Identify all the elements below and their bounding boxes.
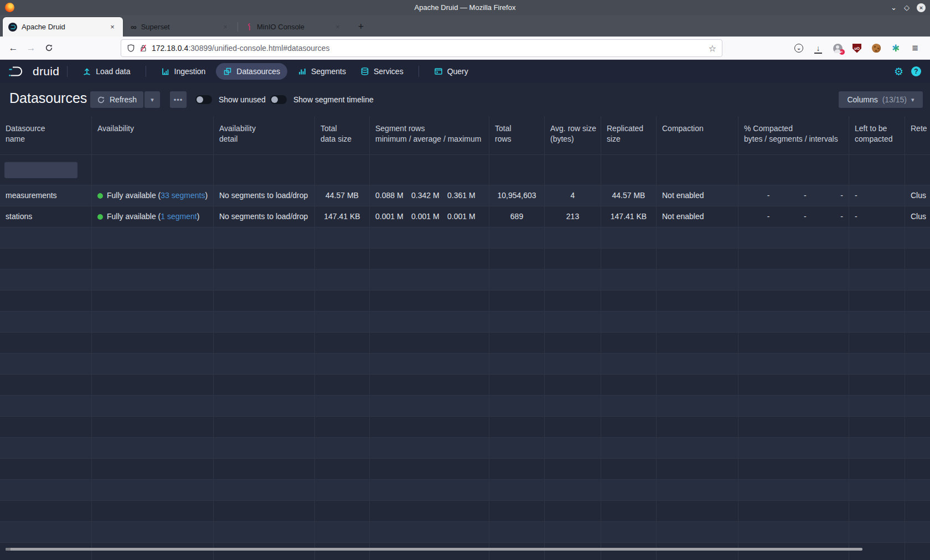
column-header-left_to_be_compacted[interactable]: Left to becompacted bbox=[849, 116, 905, 155]
show-unused-toggle[interactable] bbox=[195, 95, 212, 104]
column-header-compaction[interactable]: Compaction bbox=[657, 116, 738, 155]
tab-close-icon[interactable]: × bbox=[107, 23, 117, 31]
url-bar[interactable]: 172.18.0.4:30899/unified-console.html#da… bbox=[121, 39, 722, 57]
column-header-total_rows[interactable]: Totalrows bbox=[489, 116, 545, 155]
empty-cell bbox=[849, 501, 905, 522]
column-header-segment_rows[interactable]: Segment rowsminimum / average / maximum bbox=[370, 116, 489, 155]
hamburger-menu-icon[interactable]: ≡ bbox=[910, 43, 920, 53]
empty-cell bbox=[657, 480, 738, 501]
more-actions-button[interactable]: ••• bbox=[170, 91, 187, 108]
empty-cell bbox=[0, 417, 92, 438]
empty-row bbox=[0, 227, 930, 248]
empty-cell bbox=[601, 417, 657, 438]
nav-item-services[interactable]: Services bbox=[353, 63, 411, 80]
nav-item-segments[interactable]: Segments bbox=[291, 63, 353, 80]
empty-cell bbox=[849, 438, 905, 459]
query-icon bbox=[434, 67, 443, 76]
tab-superset[interactable]: ∞ Superset × bbox=[125, 17, 236, 37]
pocket-icon[interactable]: ⌄ bbox=[794, 44, 803, 53]
tab-separator bbox=[237, 22, 238, 32]
cell-segment_rows: 0.001 M0.001 M0.001 M bbox=[370, 206, 489, 227]
ublock-icon[interactable]: uO bbox=[852, 44, 861, 53]
empty-cell bbox=[92, 269, 214, 291]
forward-icon[interactable]: → bbox=[22, 43, 40, 54]
empty-cell bbox=[545, 354, 601, 375]
column-header-line: compacted bbox=[855, 134, 899, 144]
horizontal-scrollbar[interactable] bbox=[6, 548, 862, 551]
downloads-icon[interactable]: ↓ bbox=[813, 43, 823, 53]
nav-item-load-data[interactable]: Load data bbox=[75, 63, 137, 80]
insecure-lock-icon[interactable] bbox=[140, 44, 147, 53]
empty-cell bbox=[849, 396, 905, 417]
back-icon[interactable]: ← bbox=[4, 43, 22, 54]
tab-apache-druid[interactable]: Apache Druid × bbox=[3, 17, 123, 37]
column-header-total_data_size[interactable]: Totaldata size bbox=[315, 116, 370, 155]
cell-compaction: Not enabled bbox=[657, 185, 738, 206]
column-header-percent_compacted[interactable]: % Compactedbytes / segments / intervals bbox=[738, 116, 849, 155]
segments-link[interactable]: 33 segments bbox=[161, 191, 205, 200]
settings-gear-icon[interactable]: ⚙ bbox=[894, 66, 903, 77]
column-header-availability_detail[interactable]: Availabilitydetail bbox=[214, 116, 315, 155]
segments-link[interactable]: 1 segment bbox=[161, 212, 197, 221]
empty-cell bbox=[489, 459, 545, 480]
window-title: Apache Druid — Mozilla Firefox bbox=[0, 3, 930, 12]
empty-cell bbox=[601, 501, 657, 522]
empty-cell bbox=[0, 522, 92, 543]
toggle-knob bbox=[197, 96, 203, 103]
filter-cell bbox=[601, 155, 657, 185]
tab-close-icon[interactable]: × bbox=[220, 23, 230, 31]
filter-cell bbox=[545, 155, 601, 185]
tab-minio-console[interactable]: MinIO Console × bbox=[240, 17, 348, 37]
empty-cell bbox=[545, 291, 601, 312]
url-host: 172.18.0.4 bbox=[152, 44, 188, 53]
refresh-dropdown-button[interactable]: ▾ bbox=[144, 91, 160, 108]
nav-item-datasources[interactable]: Datasources bbox=[216, 63, 287, 80]
extension-asterisk-icon[interactable]: ✱ bbox=[891, 43, 901, 53]
new-tab-button[interactable]: + bbox=[353, 19, 369, 34]
datasource-row-stations[interactable]: stationsFully available (1 segment)No se… bbox=[0, 206, 930, 227]
empty-cell bbox=[905, 438, 930, 459]
column-header-replicated_size[interactable]: Replicatedsize bbox=[601, 116, 657, 155]
compacted-value: - bbox=[775, 185, 812, 206]
empty-cell bbox=[738, 312, 849, 333]
druid-favicon bbox=[8, 23, 17, 32]
nav-divider bbox=[418, 66, 419, 77]
empty-row bbox=[0, 438, 930, 459]
reload-icon[interactable] bbox=[40, 44, 58, 52]
column-header-availability[interactable]: Availability bbox=[92, 116, 214, 155]
empty-cell bbox=[0, 354, 92, 375]
window-minimize-icon[interactable]: ⌄ bbox=[891, 4, 897, 11]
column-header-name[interactable]: Datasourcename bbox=[0, 116, 92, 155]
empty-cell bbox=[905, 227, 930, 248]
cookie-extension-icon[interactable] bbox=[872, 44, 881, 53]
empty-cell bbox=[370, 375, 489, 396]
show-segment-timeline-toggle[interactable] bbox=[270, 95, 287, 104]
druid-logo[interactable]: druid bbox=[8, 65, 59, 78]
datasource-filter-input[interactable] bbox=[4, 162, 78, 178]
nav-item-ingestion[interactable]: Ingestion bbox=[154, 63, 213, 80]
help-icon[interactable]: ? bbox=[911, 66, 921, 76]
window-maximize-icon[interactable]: ◇ bbox=[904, 4, 910, 11]
datasource-row-measurements[interactable]: measurementsFully available (33 segments… bbox=[0, 185, 930, 206]
account-icon[interactable]: × bbox=[833, 44, 843, 53]
empty-cell bbox=[657, 291, 738, 312]
empty-cell bbox=[905, 459, 930, 480]
toggle-knob bbox=[271, 96, 278, 103]
columns-button[interactable]: Columns (13/15) ▾ bbox=[839, 91, 923, 108]
tab-close-icon[interactable]: × bbox=[333, 23, 343, 31]
table-body: measurementsFully available (33 segments… bbox=[0, 185, 930, 560]
window-close-icon[interactable]: × bbox=[917, 3, 926, 12]
filter-cell bbox=[657, 155, 738, 185]
refresh-button[interactable]: Refresh bbox=[90, 91, 143, 108]
empty-cell bbox=[545, 522, 601, 543]
empty-cell bbox=[0, 227, 92, 248]
tracking-shield-icon[interactable] bbox=[127, 44, 135, 53]
column-header-avg_row_size[interactable]: Avg. row size(bytes) bbox=[545, 116, 601, 155]
bookmark-star-icon[interactable]: ☆ bbox=[709, 43, 716, 54]
page-title: Datasources bbox=[9, 90, 87, 106]
empty-cell bbox=[601, 522, 657, 543]
empty-cell bbox=[601, 375, 657, 396]
nav-item-query[interactable]: Query bbox=[427, 63, 476, 80]
column-header-retention[interactable]: Rete bbox=[905, 116, 930, 155]
empty-cell bbox=[370, 354, 489, 375]
